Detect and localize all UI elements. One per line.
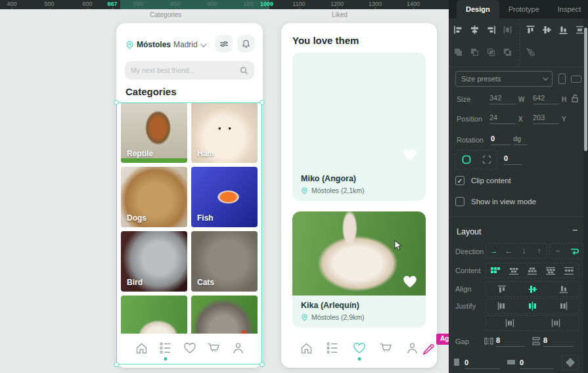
radius-all-icon[interactable] — [461, 154, 472, 165]
category-tile-rabbit[interactable] — [121, 296, 187, 334]
orientation-portrait-button[interactable] — [558, 74, 566, 84]
pet-card-kika[interactable]: Kika (Arlequín) Móstoles (2,9km) — [292, 211, 426, 328]
direction-row-button[interactable]: → — [486, 244, 501, 258]
filters-button[interactable] — [215, 35, 233, 53]
justify-end-button[interactable] — [548, 299, 579, 313]
horizontal-padding-input[interactable]: 0 — [520, 359, 554, 369]
rotation-input[interactable]: 0 — [491, 135, 510, 145]
frame-name-categories[interactable]: Categories — [150, 11, 181, 18]
nav-profile[interactable] — [230, 338, 246, 358]
selection-handle[interactable] — [260, 100, 265, 105]
justify-start-button[interactable] — [486, 299, 517, 313]
notifications-button[interactable] — [237, 35, 255, 53]
categories-grid[interactable]: Reptile Ham Dogs Fish Bird Cats — [121, 102, 258, 334]
align-center-button[interactable] — [517, 282, 548, 296]
content-end-button[interactable] — [523, 263, 541, 278]
align-end-button[interactable] — [548, 282, 579, 296]
category-tile-raccoon[interactable] — [191, 296, 258, 334]
wrap-button[interactable] — [566, 244, 583, 258]
nav-liked[interactable] — [351, 338, 367, 358]
justify-space-evenly-button[interactable] — [533, 316, 579, 330]
panel-scrollbar[interactable] — [583, 18, 588, 373]
align-right-button[interactable] — [483, 21, 499, 38]
selection-handle[interactable] — [260, 362, 265, 367]
category-tile-bird[interactable]: Bird — [121, 231, 187, 292]
horizontal-ruler[interactable]: 400 500 600 667 700 800 900 100 1009 110… — [0, 0, 449, 9]
frame-categories[interactable]: Móstoles Madrid — [116, 23, 263, 368]
direction-row-reverse-button[interactable]: ← — [501, 244, 516, 258]
nowrap-button[interactable]: − — [550, 244, 566, 258]
boolean-difference-button[interactable] — [466, 43, 483, 60]
show-in-view-mode-checkbox[interactable] — [455, 197, 464, 206]
nav-liked[interactable] — [182, 338, 198, 358]
category-tile-ham[interactable]: Ham — [191, 102, 258, 163]
chevron-down-icon — [543, 75, 548, 80]
row-gap-input[interactable]: 8 — [543, 336, 574, 347]
height-input[interactable]: 642 — [533, 94, 559, 104]
selection-handle[interactable] — [114, 362, 119, 367]
selection-handle[interactable] — [114, 100, 119, 105]
x-input[interactable]: 24 — [489, 114, 516, 124]
favorite-heart-icon[interactable] — [401, 274, 418, 290]
cart-icon — [206, 341, 221, 355]
category-tile-dogs[interactable]: Dogs — [121, 167, 187, 227]
justify-space-around-button[interactable] — [486, 316, 533, 330]
tab-design[interactable]: Design — [457, 0, 499, 18]
pet-card-miko[interactable]: Miko (Angora) Móstoles (2,1km) — [292, 53, 426, 201]
nav-cart[interactable] — [378, 338, 394, 358]
content-start-button[interactable] — [486, 263, 505, 278]
y-input[interactable]: 203 — [533, 114, 559, 124]
boolean-union-button[interactable] — [450, 43, 466, 60]
tab-prototype[interactable]: Prototype — [499, 0, 549, 18]
location-selector[interactable]: Móstoles Madrid — [125, 36, 205, 53]
content-space-around-button[interactable] — [560, 263, 578, 278]
nav-home[interactable] — [133, 338, 149, 358]
content-space-between-button[interactable] — [541, 263, 560, 278]
vertical-padding-input[interactable]: 0 — [464, 359, 500, 369]
size-presets-select[interactable]: Size presets — [455, 71, 553, 87]
ruler-label: 1300 — [369, 1, 382, 7]
category-tile-cats[interactable]: Cats — [191, 231, 258, 292]
distribute-horizontal-button[interactable] — [499, 21, 516, 38]
frame-name-liked[interactable]: Liked — [332, 11, 348, 18]
penpot-editor: 400 500 600 667 700 800 900 100 1009 110… — [0, 0, 588, 373]
boolean-exclusion-button[interactable] — [499, 43, 516, 60]
ruler-label: 400 — [7, 1, 16, 7]
nav-categories[interactable] — [325, 338, 340, 358]
orientation-landscape-button[interactable] — [571, 76, 581, 83]
align-start-button[interactable] — [486, 282, 517, 296]
align-bottom-button[interactable] — [555, 21, 572, 38]
justify-center-button[interactable] — [517, 299, 548, 313]
ruler-label: 800 — [170, 1, 180, 7]
flatten-button[interactable] — [522, 43, 539, 60]
favorite-heart-icon[interactable] — [401, 147, 418, 163]
column-gap-input[interactable]: 8 — [496, 336, 525, 347]
align-left-button[interactable] — [450, 21, 466, 38]
lock-proportions-icon[interactable] — [571, 94, 579, 102]
radius-input[interactable]: 0 — [504, 154, 522, 165]
boolean-intersection-button[interactable] — [483, 43, 499, 60]
scrollbar-thumb[interactable] — [584, 28, 587, 151]
search-box[interactable] — [125, 61, 254, 79]
direction-column-button[interactable]: ↓ — [516, 244, 531, 258]
direction-column-reverse-button[interactable]: ↑ — [531, 244, 547, 258]
frame-liked[interactable]: You love them Miko (Angora) Móstoles (2,… — [281, 23, 437, 368]
category-tile-fish[interactable]: Fish — [191, 167, 258, 227]
collapse-layout-icon[interactable]: − — [572, 225, 577, 235]
content-center-button[interactable] — [505, 263, 523, 278]
design-canvas[interactable]: 400 500 600 667 700 800 900 100 1009 110… — [0, 0, 449, 373]
clip-content-checkbox[interactable]: ✓ — [455, 176, 464, 185]
independent-padding-button[interactable] — [562, 355, 579, 370]
search-input[interactable] — [131, 66, 240, 74]
nav-categories[interactable] — [158, 338, 173, 358]
radius-separate-icon[interactable] — [482, 154, 492, 165]
align-top-button[interactable] — [522, 21, 539, 38]
category-tile-reptile[interactable]: Reptile — [121, 102, 187, 163]
nav-cart[interactable] — [206, 338, 221, 358]
align-center-horizontal-button[interactable] — [466, 21, 483, 38]
tab-inspect[interactable]: Inspect — [549, 0, 588, 18]
width-input[interactable]: 342 — [489, 94, 516, 104]
nav-home[interactable] — [298, 338, 314, 358]
nav-profile[interactable] — [404, 338, 420, 358]
align-center-vertical-button[interactable] — [539, 21, 555, 38]
